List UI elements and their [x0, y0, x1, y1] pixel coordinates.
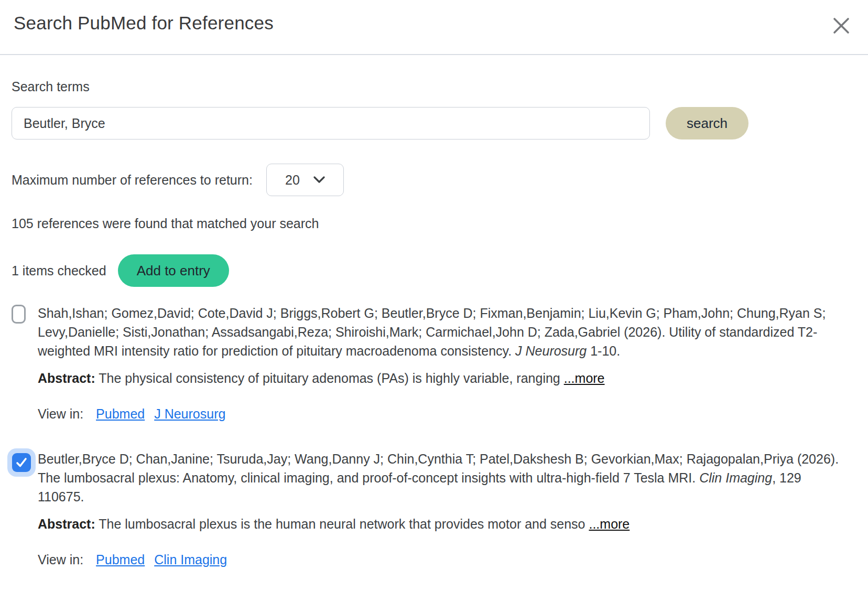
abstract-snippet: The physical consistency of pituitary ad…	[95, 371, 564, 385]
citation-text: Beutler,Bryce D; Chan,Janine; Tsuruda,Ja…	[38, 449, 848, 506]
search-button[interactable]: search	[666, 107, 748, 139]
results-count-text: 105 references were found that matched y…	[12, 216, 855, 231]
items-checked-text: 1 items checked	[12, 263, 106, 278]
reference-checkbox-checked[interactable]	[7, 448, 36, 477]
search-input[interactable]	[12, 107, 650, 139]
dialog-header: Search PubMed for References	[0, 0, 868, 55]
view-in-label: View in:	[38, 550, 83, 569]
more-link[interactable]: ...more	[589, 517, 630, 531]
view-in-links: Pubmed J Neurosurg	[96, 404, 225, 423]
checkbox-check-icon	[12, 453, 31, 472]
journal-link[interactable]: J Neurosurg	[154, 404, 225, 423]
reference-body: Shah,Ishan; Gomez,David; Cote,David J; B…	[38, 304, 848, 423]
dialog-title: Search PubMed for References	[14, 13, 274, 34]
max-references-select[interactable]: 20	[266, 164, 344, 196]
journal-name: Clin Imaging	[699, 470, 772, 485]
reference-row: Shah,Ishan; Gomez,David; Cote,David J; B…	[12, 304, 855, 423]
pubmed-link[interactable]: Pubmed	[96, 550, 145, 569]
reference-list: Shah,Ishan; Gomez,David; Cote,David J; B…	[12, 304, 855, 569]
abstract-label: Abstract:	[38, 517, 95, 531]
add-to-entry-button[interactable]: Add to entry	[118, 254, 229, 287]
citation-text: Shah,Ishan; Gomez,David; Cote,David J; B…	[38, 304, 848, 360]
abstract-label: Abstract:	[38, 371, 95, 385]
max-references-value: 20	[285, 173, 300, 188]
citation-authors: Shah,Ishan; Gomez,David; Cote,David J; B…	[38, 306, 826, 358]
search-terms-label: Search terms	[12, 79, 855, 94]
dialog-body: Search terms search Maximum number of re…	[0, 55, 868, 569]
reference-row: Beutler,Bryce D; Chan,Janine; Tsuruda,Ja…	[12, 449, 855, 569]
citation-pages: 1-10.	[587, 343, 620, 358]
abstract-row: Abstract: The lumbosacral plexus is the …	[38, 514, 848, 533]
search-row: search	[12, 107, 855, 139]
view-in-label: View in:	[38, 404, 83, 423]
chevron-down-icon	[313, 176, 325, 184]
journal-name: J Neurosurg	[515, 343, 587, 358]
reference-body: Beutler,Bryce D; Chan,Janine; Tsuruda,Ja…	[38, 449, 848, 569]
checkbox-column	[12, 449, 38, 569]
checkbox-column	[12, 304, 38, 423]
view-in-row: View in: Pubmed J Neurosurg	[38, 404, 848, 423]
close-icon	[830, 29, 852, 38]
view-in-links: Pubmed Clin Imaging	[96, 550, 227, 569]
max-references-label: Maximum number of references to return:	[12, 173, 253, 188]
more-link[interactable]: ...more	[564, 371, 605, 385]
pubmed-link[interactable]: Pubmed	[96, 404, 145, 423]
abstract-snippet: The lumbosacral plexus is the human neur…	[95, 517, 589, 531]
journal-link[interactable]: Clin Imaging	[154, 550, 227, 569]
reference-checkbox-unchecked[interactable]	[12, 305, 26, 324]
checked-row: 1 items checked Add to entry	[12, 254, 855, 287]
abstract-row: Abstract: The physical consistency of pi…	[38, 369, 848, 388]
view-in-row: View in: Pubmed Clin Imaging	[38, 550, 848, 569]
close-button[interactable]	[830, 15, 852, 37]
max-references-row: Maximum number of references to return: …	[12, 164, 855, 196]
